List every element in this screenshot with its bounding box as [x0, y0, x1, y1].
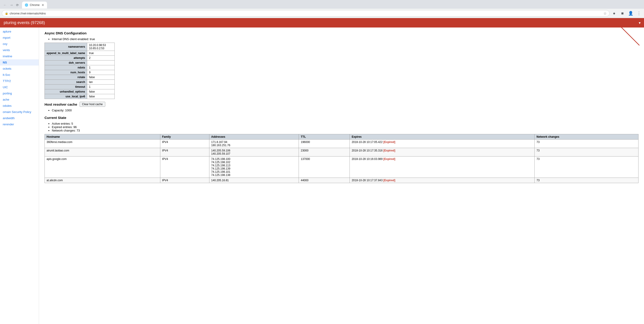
dns-table-header-cell: Family	[160, 134, 209, 140]
dns-table-cell: 73	[534, 178, 638, 183]
event-bar-dropdown-icon[interactable]: ▼	[638, 21, 641, 25]
expired-label: [Expired]	[384, 179, 396, 182]
tab-favicon: 🌐	[25, 3, 28, 7]
dns-config-row: attempts2	[45, 56, 115, 60]
dns-config-row: use_local_ipv6false	[45, 94, 115, 99]
dns-config-row: unhandled_optionsfalse	[45, 89, 115, 94]
sidebar-item-dns[interactable]: NS	[0, 59, 39, 65]
tab-title: Chrome	[30, 3, 40, 7]
table-row: 360fenxi.mediav.comIPV4171.8.167.94 180.…	[45, 140, 638, 148]
dns-config-key: attempts	[45, 56, 87, 60]
async-dns-section: Async DNS Configuration Internal DNS cli…	[44, 31, 638, 99]
sidebar-item-events[interactable]: vents	[0, 47, 39, 53]
extensions-icon[interactable]: ■	[619, 10, 626, 16]
back-button[interactable]: ←	[2, 2, 8, 8]
dns-table-cell: 2018-10-28 10:16:03.989 [Expired]	[350, 156, 534, 178]
dns-table-cell: 2018-10-28 10:17:35.316 [Expired]	[350, 148, 534, 156]
host-resolver-section: Host resolver cache Clear host cache	[44, 102, 638, 107]
sidebar-item-import[interactable]: mport	[0, 35, 39, 41]
dns-table-cell: 73	[534, 156, 638, 178]
dns-config-value	[87, 60, 115, 65]
current-state-item: Active entries: 5	[52, 122, 638, 125]
dns-table-cell: 2018-10-28 10:17:05.422 [Expired]	[350, 140, 534, 148]
sidebar-item-prerender[interactable]: rerender	[0, 121, 39, 127]
dns-config-key: unhandled_options	[45, 89, 87, 94]
toolbar-icons: ● ■ 👤 ⋮	[611, 10, 642, 16]
dns-table-cell: IPV4	[160, 178, 209, 183]
dns-table-cell: 23000	[299, 148, 350, 156]
current-state-list: Active entries: 5Expired entries: 96Netw…	[44, 122, 638, 132]
sidebar-item-cache[interactable]: ache	[0, 96, 39, 103]
dns-table-header-cell: Expires	[350, 134, 534, 140]
dns-table-cell: 2018-10-28 10:17:37.843 [Expired]	[350, 178, 534, 183]
dns-config-key: timeout	[45, 84, 87, 89]
clear-host-cache-button[interactable]: Clear host cache	[80, 102, 105, 107]
dns-table-header-cell: Addresses	[209, 134, 299, 140]
event-bar-text: pturing events (97268)	[4, 20, 45, 25]
dns-config-value: false	[87, 75, 115, 80]
sidebar: apture mport oxy vents imeline NS ockets…	[0, 27, 39, 324]
sidebar-item-alt-svc[interactable]: lt-Svc	[0, 72, 39, 78]
dns-config-value: false	[87, 94, 115, 99]
dns-config-key: append_to_multi_label_name	[45, 51, 87, 56]
sidebar-item-bandwidth[interactable]: andwidth	[0, 115, 39, 121]
dns-table-cell: 137000	[299, 156, 350, 178]
current-state-title: Current State	[44, 116, 638, 120]
dns-config-row: num_hosts9	[45, 70, 115, 75]
sidebar-item-domain-security-policy[interactable]: omain Security Policy	[0, 109, 39, 115]
sidebar-item-sockets[interactable]: ockets	[0, 65, 39, 72]
tab-bar: ← → ⟳ 🌐 Chrome ✕	[0, 0, 644, 9]
dns-table-cell: 73	[534, 140, 638, 148]
dns-config-key: use_local_ipv6	[45, 94, 87, 99]
dns-table-header-cell: Network changes	[534, 134, 638, 140]
dns-table-cell: IPV4	[160, 140, 209, 148]
host-resolver-capacity: Capacity: 1000	[44, 109, 638, 112]
dns-config-key: num_hosts	[45, 70, 87, 75]
dns-config-row: rotatefalse	[45, 75, 115, 80]
content-area: Async DNS Configuration Internal DNS cli…	[39, 27, 644, 324]
sidebar-item-proxy[interactable]: oxy	[0, 41, 39, 47]
sidebar-item-http2[interactable]: TTP/2	[0, 78, 39, 84]
forward-button[interactable]: →	[8, 2, 15, 8]
dns-config-row: doh_servers	[45, 60, 115, 65]
dns-config-row: ndots1	[45, 65, 115, 70]
address-bar-row: 🔒 chrome://net-internals/#dns ☆ ● ■ 👤 ⋮	[0, 9, 644, 18]
dns-config-key: ndots	[45, 65, 87, 70]
dns-table-cell: 196000	[299, 140, 350, 148]
dns-config-value: 2	[87, 56, 115, 60]
user-icon[interactable]: ●	[611, 10, 618, 16]
dns-config-value: false	[87, 89, 115, 94]
sidebar-item-timeline[interactable]: imeline	[0, 53, 39, 59]
address-bar[interactable]: 🔒 chrome://net-internals/#dns ☆	[2, 10, 610, 16]
main-layout: apture mport oxy vents imeline NS ockets…	[0, 27, 644, 324]
dns-table-cell: IPV4	[160, 148, 209, 156]
dns-config-row: timeout1	[45, 84, 115, 89]
expired-label: [Expired]	[384, 157, 396, 161]
dns-table-header-cell: TTL	[299, 134, 350, 140]
sidebar-item-capture[interactable]: apture	[0, 28, 39, 35]
internal-client-label: Internal DNS client enabled: true	[52, 37, 638, 41]
sidebar-item-reporting[interactable]: porting	[0, 90, 39, 96]
sidebar-item-modules[interactable]: odules	[0, 103, 39, 109]
capacity-label: Capacity: 1000	[52, 109, 638, 112]
dns-config-info: Internal DNS client enabled: true	[44, 37, 638, 41]
sidebar-item-quic[interactable]: UIC	[0, 84, 39, 90]
current-state-item: Network changes: 73	[52, 129, 638, 132]
browser-tab[interactable]: 🌐 Chrome ✕	[22, 1, 47, 8]
bookmark-icon[interactable]: ☆	[604, 11, 606, 15]
browser-chrome: ← → ⟳ 🌐 Chrome ✕ 🔒 chrome://net-internal…	[0, 0, 644, 18]
profile-icon[interactable]: 👤	[628, 10, 634, 16]
dns-config-value: lan	[87, 80, 115, 84]
dns-table-cell: 44000	[299, 178, 350, 183]
tab-close-button[interactable]: ✕	[42, 3, 44, 7]
current-state-section: Current State Active entries: 5Expired e…	[44, 116, 638, 132]
menu-icon[interactable]: ⋮	[636, 10, 642, 16]
dns-config-row: nameservers10.20.0.98:53 10.65.0.2:53	[45, 43, 115, 51]
table-row: apis.google.comIPV474.125.198.100 74.125…	[45, 156, 638, 178]
table-row: airunit.taobao.comIPV4140.205.59.106 140…	[45, 148, 638, 156]
dns-table-cell: IPV4	[160, 156, 209, 178]
async-dns-title: Async DNS Configuration	[44, 31, 638, 35]
refresh-button[interactable]: ⟳	[15, 2, 20, 8]
dns-config-key: rotate	[45, 75, 87, 80]
dns-table-cell: 74.125.198.100 74.125.198.102 74.125.198…	[209, 156, 299, 178]
